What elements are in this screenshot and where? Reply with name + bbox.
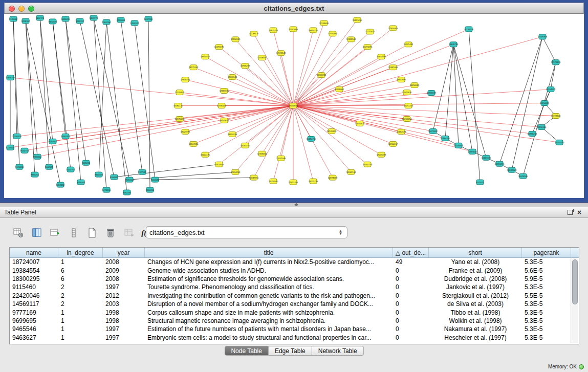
graph-edge-red[interactable] — [293, 37, 542, 106]
graph-node[interactable]: 12874569 — [328, 175, 338, 180]
graph-node[interactable]: 13605927 — [355, 121, 365, 126]
graph-node[interactable]: 9361504 — [102, 19, 111, 25]
graph-node[interactable]: 9273045 — [49, 139, 57, 144]
graph-edge-black[interactable] — [114, 164, 219, 177]
float-panel-button[interactable] — [565, 208, 575, 216]
show-columns-icon[interactable] — [30, 226, 43, 240]
panel-splitter[interactable] — [0, 203, 588, 207]
graph-edge-black[interactable] — [13, 19, 19, 167]
graph-edge-red[interactable] — [293, 29, 469, 106]
graph-edge-red[interactable] — [293, 80, 401, 106]
graph-node[interactable]: 9520734 — [20, 148, 29, 153]
graph-node[interactable]: 15123450 — [353, 17, 362, 23]
graph-edge-red[interactable] — [293, 106, 541, 127]
graph-node[interactable]: 9462035 — [45, 164, 54, 169]
graph-edge-red[interactable] — [224, 91, 293, 106]
graph-node[interactable]: 17854063 — [388, 26, 398, 31]
graph-edge-black[interactable] — [135, 23, 155, 180]
graph-node[interactable]: 17206985 — [231, 37, 241, 42]
graph-node[interactable]: 15823604 — [214, 162, 224, 167]
graph-node[interactable]: 9218405 — [77, 180, 85, 185]
column-header-pagerank[interactable]: pagerank — [522, 248, 571, 257]
graph-node[interactable]: 12630584 — [228, 75, 237, 80]
table-row[interactable]: 1830029562008Estimation of significance … — [10, 275, 579, 283]
graph-edge-black[interactable] — [106, 22, 127, 192]
graph-node[interactable]: 9135062 — [9, 16, 18, 21]
graph-node[interactable]: 10396275 — [495, 161, 505, 166]
splitter-grip-icon[interactable] — [294, 203, 299, 206]
graph-node[interactable]: 14850083 — [410, 83, 420, 88]
delete-table-icon[interactable] — [103, 226, 117, 240]
graph-node[interactable]: 9157820 — [49, 19, 57, 24]
graph-node[interactable]: 9402173 — [36, 15, 45, 20]
graph-edge-red[interactable] — [281, 53, 293, 106]
graph-node[interactable]: 12358064 — [257, 151, 267, 156]
graph-node[interactable]: 9350216 — [146, 187, 155, 192]
graph-node[interactable]: 9753026 — [95, 172, 103, 177]
graph-node[interactable]: 9182435 — [123, 190, 132, 195]
graph-node[interactable]: 15164598 — [397, 129, 406, 134]
graph-node[interactable]: 11520473 — [175, 90, 185, 95]
graph-node[interactable]: 16092475 — [241, 143, 250, 148]
graph-edge-black[interactable] — [26, 21, 37, 157]
graph-node[interactable]: 9230157 — [76, 18, 84, 24]
table-selector[interactable]: citations_edges.txt ▲▼ — [146, 226, 347, 238]
table-mode-icon[interactable] — [11, 226, 25, 240]
graph-node[interactable]: 16648794 — [449, 42, 459, 47]
scrollbar-thumb[interactable] — [572, 259, 578, 304]
graph-node[interactable]: 9581304 — [125, 177, 134, 182]
graph-node[interactable]: 17752364 — [289, 180, 298, 185]
graph-edge-red[interactable] — [185, 106, 293, 132]
graph-node[interactable]: 16875204 — [269, 28, 278, 33]
graph-node[interactable]: 11594089 — [540, 101, 550, 106]
graph-edge-red[interactable] — [185, 80, 293, 106]
column-header-out_degree[interactable]: △ out_de... — [393, 248, 429, 257]
graph-node[interactable]: 17240041 — [289, 103, 298, 108]
tab-edge-table[interactable]: Edge Table — [269, 346, 312, 356]
row-tools-icon[interactable] — [67, 226, 80, 240]
graph-edge-black[interactable] — [121, 20, 142, 172]
graph-node[interactable]: 18203657 — [220, 118, 229, 123]
graph-node[interactable]: 11936250 — [217, 103, 227, 108]
graph-node[interactable]: 11987403 — [388, 65, 398, 70]
graph-node[interactable]: 9150342 — [130, 20, 139, 26]
graph-edge-red[interactable] — [293, 28, 393, 106]
graph-edge-black[interactable] — [94, 18, 106, 190]
graph-node[interactable]: 12047751 — [249, 175, 259, 180]
graph-node[interactable]: 18520493 — [327, 128, 337, 134]
new-column-icon[interactable] — [48, 226, 62, 240]
new-table-icon[interactable] — [85, 226, 99, 240]
graph-edge-black[interactable] — [551, 62, 556, 90]
table-row[interactable]: 2242004622012Investigating the contribut… — [10, 292, 579, 300]
graph-edge-black[interactable] — [53, 21, 66, 136]
graph-node[interactable]: 12493076 — [214, 45, 224, 50]
graph-node[interactable]: 16308254 — [317, 73, 326, 78]
graph-node[interactable]: 12973493 — [551, 60, 561, 65]
graph-node[interactable]: 9460582 — [151, 177, 160, 182]
graph-node[interactable]: 12875036 — [175, 116, 185, 121]
tab-network-table[interactable]: Network Table — [312, 346, 364, 356]
graph-node[interactable]: 15993808 — [551, 113, 561, 118]
graph-node[interactable]: 9724068 — [117, 17, 125, 23]
graph-node[interactable]: 9148203 — [6, 145, 15, 150]
table-row[interactable]: 1872400712008Changes of HCN gene express… — [10, 258, 579, 266]
network-canvas[interactable]: 1724004116251223182160541516459812204157… — [4, 14, 584, 198]
graph-node[interactable]: 25260504 — [12, 134, 22, 139]
graph-node[interactable]: 9637205 — [144, 16, 153, 21]
graph-edge-black[interactable] — [433, 45, 453, 132]
graph-node[interactable]: 9245012 — [476, 180, 485, 185]
window-titlebar[interactable]: citations_edges.txt — [4, 3, 584, 14]
graph-node[interactable]: 10358264 — [528, 131, 537, 136]
graph-edge-red[interactable] — [10, 78, 293, 106]
graph-node[interactable]: 10157396 — [482, 155, 491, 160]
zoom-button[interactable] — [28, 6, 34, 12]
graph-node[interactable]: 16734082 — [377, 54, 386, 59]
graph-node[interactable]: 16204175 — [201, 152, 210, 157]
graph-node[interactable]: 9805273 — [90, 15, 98, 20]
column-header-title[interactable]: title — [145, 248, 393, 257]
graph-node[interactable]: 18453096 — [397, 77, 406, 82]
graph-node[interactable]: 17093548 — [276, 51, 286, 56]
graph-node[interactable]: 16962104 — [346, 169, 356, 174]
column-header-in_degree[interactable]: in_degree — [58, 248, 103, 257]
graph-node[interactable]: 16958203 — [241, 63, 250, 69]
